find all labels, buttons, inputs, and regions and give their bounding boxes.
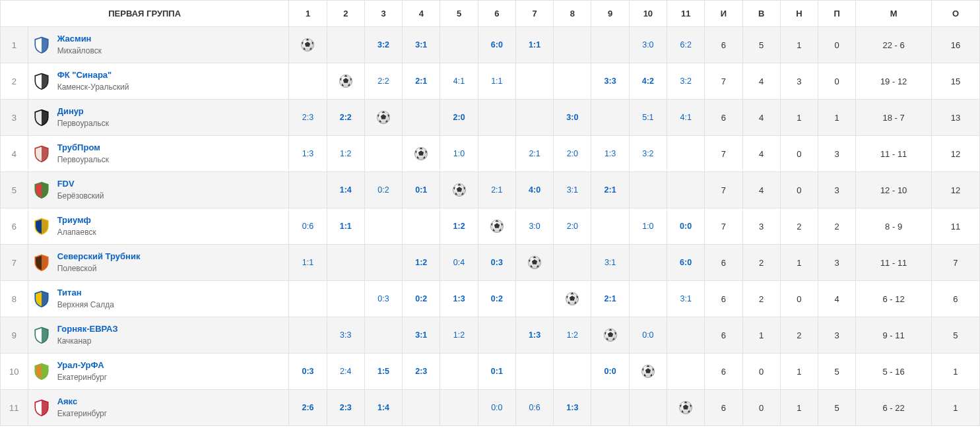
stat-draws: 1 xyxy=(780,354,818,390)
stat-goals: 8 - 9 xyxy=(856,208,932,245)
score-cell[interactable]: 0:3 xyxy=(478,245,515,281)
score-cell[interactable]: 0:6 xyxy=(289,208,327,245)
score-cell[interactable]: 0:4 xyxy=(440,245,478,281)
score-cell[interactable]: 1:5 xyxy=(364,354,402,390)
score-cell[interactable]: 5:1 xyxy=(629,100,667,136)
team-name-link[interactable]: Динур xyxy=(57,106,109,117)
score-cell[interactable]: 2:2 xyxy=(364,63,402,100)
score-cell[interactable]: 2:0 xyxy=(554,136,591,172)
score-cell[interactable]: 1:2 xyxy=(327,136,364,172)
score-cell[interactable]: 4:1 xyxy=(667,100,705,136)
stat-draws: 0 xyxy=(780,136,818,172)
team-logo-icon xyxy=(32,144,51,163)
soccer-ball-icon xyxy=(678,400,693,415)
score-cell[interactable]: 0:0 xyxy=(478,390,515,426)
soccer-ball-icon xyxy=(376,110,391,125)
score-cell[interactable]: 3:0 xyxy=(629,27,667,63)
team-logo-icon xyxy=(32,108,51,127)
score-cell[interactable]: 2:0 xyxy=(554,208,591,245)
score-cell[interactable]: 0:2 xyxy=(403,281,440,317)
score-cell[interactable]: 3:0 xyxy=(554,100,591,136)
team-name-link[interactable]: ФК "Синара" xyxy=(57,70,129,80)
score-cell[interactable]: 0:1 xyxy=(403,172,440,208)
score-cell[interactable]: 1:1 xyxy=(289,245,327,281)
score-cell[interactable]: 1:1 xyxy=(515,27,553,63)
score-cell[interactable]: 2:1 xyxy=(591,172,629,208)
score-cell[interactable]: 3:1 xyxy=(403,27,440,63)
score-cell[interactable]: 1:2 xyxy=(403,245,440,281)
score-cell[interactable]: 3:2 xyxy=(364,27,402,63)
score-cell[interactable]: 1:4 xyxy=(364,390,402,426)
score-cell[interactable]: 3:1 xyxy=(667,281,705,317)
score-cell[interactable]: 4:0 xyxy=(515,172,553,208)
score-cell[interactable]: 3:1 xyxy=(554,172,591,208)
stat-games: 7 xyxy=(705,208,742,245)
score-cell[interactable]: 2:2 xyxy=(327,100,364,136)
score-cell[interactable]: 6:0 xyxy=(478,27,515,63)
score-cell-empty xyxy=(364,317,402,354)
score-cell[interactable]: 2:0 xyxy=(440,100,478,136)
stat-losses: 2 xyxy=(818,208,856,245)
score-cell[interactable]: 2:3 xyxy=(403,354,440,390)
score-cell[interactable]: 0:0 xyxy=(667,208,705,245)
team-city: Алапаевск xyxy=(57,228,96,237)
score-cell[interactable]: 3:1 xyxy=(403,317,440,354)
score-cell[interactable]: 0:6 xyxy=(515,390,553,426)
score-cell[interactable]: 2:6 xyxy=(289,390,327,426)
score-cell[interactable]: 1:1 xyxy=(327,208,364,245)
score-cell[interactable]: 4:1 xyxy=(440,63,478,100)
score-cell[interactable]: 2:3 xyxy=(289,100,327,136)
score-cell[interactable]: 1:3 xyxy=(591,136,629,172)
score-cell[interactable]: 2:1 xyxy=(515,136,553,172)
score-cell[interactable]: 2:1 xyxy=(478,172,515,208)
score-cell[interactable]: 6:0 xyxy=(667,245,705,281)
score-cell[interactable]: 1:3 xyxy=(289,136,327,172)
score-cell[interactable]: 3:2 xyxy=(667,63,705,100)
score-cell[interactable]: 2:1 xyxy=(403,63,440,100)
score-cell[interactable]: 2:1 xyxy=(591,281,629,317)
score-cell[interactable]: 3:3 xyxy=(591,63,629,100)
score-cell[interactable]: 2:4 xyxy=(327,354,364,390)
stat-games: 6 xyxy=(705,390,742,426)
score-cell[interactable]: 0:0 xyxy=(629,317,667,354)
team-logo-icon xyxy=(32,398,51,417)
team-name-link[interactable]: Горняк-ЕВРАЗ xyxy=(57,324,118,334)
team-name-link[interactable]: ТрубПром xyxy=(57,142,109,153)
team-name-link[interactable]: Аякс xyxy=(57,396,108,407)
score-cell-empty xyxy=(440,27,478,63)
score-cell[interactable]: 0:2 xyxy=(478,281,515,317)
score-cell[interactable]: 1:0 xyxy=(440,136,478,172)
score-cell[interactable]: 0:2 xyxy=(364,172,402,208)
score-cell[interactable]: 1:3 xyxy=(554,390,591,426)
self-cell xyxy=(554,281,591,317)
score-cell[interactable]: 0:3 xyxy=(364,281,402,317)
score-cell-empty xyxy=(327,281,364,317)
score-cell[interactable]: 0:0 xyxy=(591,354,629,390)
stat-games: 7 xyxy=(705,63,742,100)
score-cell[interactable]: 1:1 xyxy=(478,63,515,100)
team-name-link[interactable]: Титан xyxy=(57,288,114,298)
score-cell[interactable]: 0:3 xyxy=(289,354,327,390)
team-name-link[interactable]: Жасмин xyxy=(57,34,102,44)
team-name-link[interactable]: Урал-УрФА xyxy=(57,360,108,371)
team-name-link[interactable]: Триумф xyxy=(57,215,96,226)
score-cell[interactable]: 1:3 xyxy=(440,281,478,317)
team-city: Первоуральск xyxy=(57,119,109,129)
score-cell[interactable]: 1:4 xyxy=(327,172,364,208)
score-cell[interactable]: 4:2 xyxy=(629,63,667,100)
score-cell[interactable]: 3:2 xyxy=(629,136,667,172)
score-cell[interactable]: 2:3 xyxy=(327,390,364,426)
score-cell[interactable]: 1:2 xyxy=(440,208,478,245)
score-cell[interactable]: 0:1 xyxy=(478,354,515,390)
score-cell[interactable]: 3:1 xyxy=(591,245,629,281)
score-cell[interactable]: 1:3 xyxy=(515,317,553,354)
score-cell[interactable]: 1:0 xyxy=(629,208,667,245)
score-cell[interactable]: 3:3 xyxy=(327,317,364,354)
team-name-link[interactable]: Северский Трубник xyxy=(57,251,141,262)
score-cell[interactable]: 6:2 xyxy=(667,27,705,63)
score-cell[interactable]: 1:2 xyxy=(440,317,478,354)
score-cell[interactable]: 3:0 xyxy=(515,208,553,245)
team-name-link[interactable]: FDV xyxy=(57,179,104,189)
score-cell[interactable]: 1:2 xyxy=(554,317,591,354)
team-city: Верхняя Салда xyxy=(57,300,114,310)
